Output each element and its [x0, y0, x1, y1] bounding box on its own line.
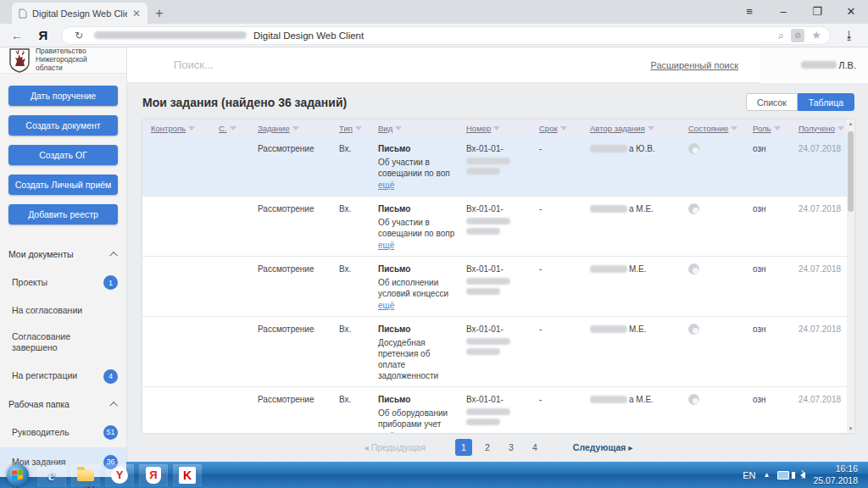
filter-icon[interactable] [837, 126, 844, 130]
more-link[interactable]: ещё [378, 430, 394, 433]
pagination-next[interactable]: Следующая [573, 442, 633, 452]
column-header[interactable]: Состояние [680, 124, 744, 133]
window-close-button[interactable]: ✕ [834, 0, 868, 24]
column-header[interactable]: Вид [370, 124, 458, 133]
pagination-page[interactable]: 1 [455, 439, 472, 456]
taskbar-kaspersky-icon[interactable]: K [173, 464, 202, 486]
table-row[interactable]: Рассмотрение Вх. Письмо Об участии в сов… [142, 136, 854, 197]
start-button[interactable] [7, 464, 29, 486]
filter-icon[interactable] [774, 126, 781, 130]
pagination-page[interactable]: 3 [503, 439, 520, 456]
column-header-label[interactable]: Срок [539, 124, 558, 133]
pagination-page[interactable]: 4 [526, 439, 543, 456]
table-row[interactable]: Рассмотрение Вх. Письмо Досудебная прете… [142, 317, 854, 387]
filter-icon[interactable] [648, 126, 654, 130]
column-header-label[interactable]: Роль [753, 124, 771, 133]
filter-icon[interactable] [230, 126, 236, 130]
column-header-label[interactable]: Задание [258, 124, 290, 133]
language-indicator[interactable]: EN [743, 470, 755, 480]
filter-icon[interactable] [731, 126, 737, 130]
taskbar-yandex-browser-icon[interactable]: Y [105, 464, 134, 486]
advanced-search-link[interactable]: Расширенный поиск [650, 60, 738, 70]
column-header[interactable]: Автор задания [581, 124, 680, 133]
back-icon[interactable]: ← [8, 29, 25, 42]
action-button[interactable]: Создать Личный приём [8, 175, 118, 195]
view-table-button[interactable]: Таблица [798, 93, 854, 111]
column-header-label[interactable]: Контроль [151, 124, 186, 133]
scroll-up-icon[interactable]: ▲ [847, 121, 854, 126]
tab-close-icon[interactable]: ✕ [132, 8, 141, 19]
view-list-button[interactable]: Список [746, 93, 798, 111]
search-input[interactable] [174, 58, 428, 71]
column-header-label[interactable]: Состояние [688, 124, 728, 133]
volume-icon[interactable] [800, 472, 805, 479]
column-header-label[interactable]: Номер [466, 124, 491, 133]
column-header[interactable]: Роль [744, 124, 790, 133]
pagination-prev[interactable]: Предыдущая [364, 442, 425, 452]
new-tab-button[interactable]: + [147, 3, 171, 24]
column-header-label[interactable]: Вид [378, 124, 392, 133]
column-header-label[interactable]: С. [219, 124, 227, 133]
window-minimize-button[interactable]: – [766, 0, 800, 24]
filter-icon[interactable] [355, 126, 362, 130]
taskbar-internet-explorer-icon[interactable]: e [37, 464, 66, 486]
browser-tab[interactable]: Digital Design Web Clien ✕ [12, 3, 147, 24]
user-menu[interactable]: Л.В. [760, 47, 868, 83]
more-link[interactable]: ещё [378, 240, 394, 251]
more-link[interactable]: ещё [378, 180, 394, 191]
column-header[interactable]: Контроль [142, 124, 210, 133]
column-header[interactable]: Тип [331, 124, 370, 133]
extension-icon[interactable]: ⚙ [791, 29, 804, 42]
cell-task: Рассмотрение [249, 394, 331, 405]
address-bar[interactable]: ↻ Digital Design Web Client ⌕ ⚙ ★ [61, 26, 831, 45]
filter-icon[interactable] [188, 126, 195, 130]
scrollbar-thumb[interactable] [848, 131, 854, 212]
sidebar-nav-item[interactable]: Согласование завершено [0, 324, 126, 361]
window-restore-button[interactable]: ❐ [800, 0, 834, 24]
filter-icon[interactable] [395, 126, 402, 130]
sidebar-nav-item[interactable]: На согласовании [0, 297, 126, 324]
filter-icon[interactable] [560, 126, 567, 130]
column-header-label[interactable]: Получено [798, 124, 835, 133]
cell-kind: Письмо Об участии в совещании по вопр ещ… [370, 203, 458, 251]
column-header[interactable]: Номер [458, 124, 531, 133]
column-header[interactable]: Задание [249, 124, 331, 133]
column-header[interactable]: С. [210, 124, 249, 133]
sidebar-nav-item[interactable]: Рабочая папка [0, 391, 126, 418]
action-button[interactable]: Создать документ [8, 115, 118, 136]
browser-menu-icon[interactable]: ≡ [732, 0, 766, 24]
redacted-number [466, 419, 500, 425]
table-row[interactable]: Рассмотрение Вх. Письмо Об участии в сов… [142, 197, 854, 257]
column-header-label[interactable]: Тип [339, 124, 353, 133]
chevron-up-icon[interactable] [109, 402, 118, 410]
search-icon[interactable]: ⌕ [778, 29, 784, 42]
filter-icon[interactable] [292, 126, 299, 130]
taskbar-yandex-icon[interactable]: Я [139, 464, 168, 486]
bookmark-star-icon[interactable]: ★ [811, 29, 821, 42]
reload-icon[interactable]: ↻ [70, 30, 87, 42]
taskbar-explorer-icon[interactable] [71, 464, 100, 486]
table-row[interactable]: Рассмотрение Вх. Письмо Об оборудовании … [142, 387, 854, 433]
chevron-up-icon[interactable] [109, 252, 118, 260]
column-header-label[interactable]: Автор задания [590, 124, 645, 133]
taskbar-clock[interactable]: 16:16 25.07.2018 [813, 463, 858, 485]
pagination-page[interactable]: 2 [479, 439, 496, 456]
yandex-logo[interactable]: Я [34, 28, 53, 42]
table-scrollbar[interactable]: ▲ ▼ [847, 119, 854, 433]
sidebar-nav-item[interactable]: Проекты 1 [0, 268, 126, 297]
column-header[interactable]: Срок [531, 124, 581, 133]
sidebar-nav-item[interactable]: Мои документы [0, 241, 126, 268]
tray-expand-icon[interactable]: ▲ [764, 471, 771, 479]
scroll-down-icon[interactable]: ▼ [847, 426, 854, 431]
action-button[interactable]: Дать поручение [8, 86, 118, 106]
sidebar-nav-item[interactable]: Руководитель 51 [0, 418, 126, 447]
column-header[interactable]: Получено [790, 124, 854, 133]
network-icon[interactable] [777, 471, 789, 480]
sidebar-nav-item[interactable]: На регистрации 4 [0, 362, 126, 391]
table-row[interactable]: Рассмотрение Вх. Письмо Об исполнении ус… [142, 257, 854, 317]
action-button[interactable]: Добавить реестр [8, 204, 118, 225]
download-icon[interactable]: ⭳ [839, 29, 860, 42]
filter-icon[interactable] [493, 126, 500, 130]
action-button[interactable]: Создать ОГ [8, 145, 118, 165]
more-link[interactable]: ещё [378, 300, 394, 311]
